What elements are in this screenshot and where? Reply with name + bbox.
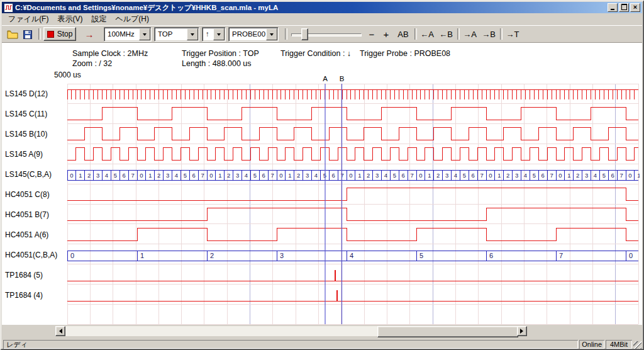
svg-text:1: 1 [428,172,431,179]
minimize-button[interactable] [608,3,618,12]
info-zoom: Zoom : / 32 [72,59,112,68]
cursor-label: A [323,75,328,82]
svg-text:1: 1 [140,252,144,259]
svg-text:2: 2 [436,172,440,179]
svg-text:4: 4 [594,172,597,179]
svg-text:0: 0 [70,252,74,259]
svg-text:7: 7 [550,172,553,179]
dropdown-arrow-icon[interactable] [187,28,198,40]
zoom-in-button[interactable]: + [380,27,392,41]
menu-item-file[interactable]: ファイル(F) [4,13,53,26]
svg-text:2: 2 [227,172,230,179]
toolbar-separator [285,28,287,40]
svg-text:5: 5 [463,172,466,179]
channel-trace [67,290,638,301]
trigger-position-value: TOP [158,30,172,38]
floppy-icon [23,30,33,40]
goto-b-right-button[interactable]: →B [480,27,497,41]
right-arrow-icon [520,329,526,334]
svg-text:1: 1 [288,172,291,179]
save-button[interactable] [20,27,35,41]
goto-a-right-button[interactable]: →A [461,27,479,41]
open-folder-icon [7,30,18,39]
maximize-button[interactable] [619,3,629,12]
resize-grip[interactable] [633,341,641,349]
scrollbar-thumb[interactable] [377,326,518,337]
channel-trace [67,228,638,240]
menu-item-view[interactable]: 表示(V) [53,13,87,26]
svg-text:6: 6 [402,172,405,179]
svg-text:6: 6 [123,172,126,179]
info-sample-clock: Sample Clock : 2MHz [72,49,148,58]
channel-trace [67,270,638,281]
probe-select[interactable]: PROBE00 [228,27,279,42]
stop-label: Stop [57,30,73,38]
svg-text:6: 6 [541,172,545,179]
svg-text:7: 7 [480,172,483,179]
svg-text:1: 1 [358,172,361,179]
window-controls: × [608,3,640,12]
stop-icon [47,31,54,38]
svg-text:0: 0 [349,172,352,179]
slider-thumb[interactable] [301,28,308,40]
open-button[interactable] [5,27,19,41]
status-memory: 4MBit [606,340,632,349]
trigger-position-select[interactable]: TOP [154,27,199,42]
menubar: ファイル(F)表示(V)設定ヘルプ(H) [2,13,642,25]
time-scale-label: 5000 us [54,71,81,79]
scroll-right-button[interactable] [517,326,527,336]
cursor-b[interactable]: B [340,75,345,324]
stop-button[interactable]: Stop [43,27,76,41]
goto-trigger-button[interactable]: →T [504,27,521,41]
zoom-out-button[interactable]: − [365,27,378,41]
svg-text:4: 4 [175,172,178,179]
scroll-strip [2,325,642,338]
info-trigger-position: Trigger Position : TOP [182,49,259,58]
channel-label: LS145 A(9) [5,150,43,159]
titlebar[interactable]: C:¥Documents and Settings¥noname¥デスクトップ¥… [2,2,642,13]
goto-a-left-button[interactable]: ←A [418,27,436,41]
svg-text:3: 3 [280,252,284,259]
run-button[interactable]: → [81,27,97,41]
toolbar-separator [500,28,502,40]
statusbar: レディ Online 4MBit [2,338,642,350]
toolbar-separator [38,28,41,40]
ab-cursor-button[interactable]: AB [395,27,411,41]
toolbar-separator [457,28,460,40]
menu-item-help[interactable]: ヘルプ(H) [111,13,153,26]
app-icon [4,3,13,13]
zoom-slider[interactable] [291,28,362,40]
cursor-label: B [340,75,345,82]
trigger-edge-select[interactable]: ↑ [202,27,226,42]
goto-b-left-button[interactable]: ←B [437,27,455,41]
channel-trace [67,208,638,220]
cursor-a[interactable]: A [323,75,328,324]
channel-label: HC4051 A(6) [5,230,48,239]
svg-text:0: 0 [489,172,492,179]
close-icon: × [633,3,637,11]
dropdown-arrow-icon[interactable] [213,28,225,40]
svg-text:0: 0 [629,252,633,259]
svg-text:4: 4 [314,172,318,179]
svg-text:7: 7 [201,172,204,179]
svg-text:3: 3 [166,172,169,179]
horizontal-scrollbar[interactable] [55,326,527,336]
clock-select[interactable]: 100MHz [104,27,152,42]
channel-label: HC4051 B(7) [5,210,49,219]
dropdown-arrow-icon[interactable] [266,28,277,40]
scroll-left-button[interactable] [55,326,65,336]
channel-trace [67,89,638,99]
svg-text:4: 4 [105,172,108,179]
scrollbar-track[interactable] [65,326,517,336]
svg-text:2: 2 [297,172,300,179]
svg-text:6: 6 [472,172,475,179]
dropdown-arrow-icon[interactable] [139,28,150,40]
close-button[interactable]: × [630,3,640,12]
status-message: レディ [3,340,578,349]
svg-text:6: 6 [489,252,493,259]
svg-text:3: 3 [445,172,448,179]
menu-item-settings[interactable]: 設定 [87,13,111,26]
svg-text:7: 7 [131,172,134,179]
svg-text:4: 4 [384,172,387,179]
svg-text:4: 4 [454,172,457,179]
